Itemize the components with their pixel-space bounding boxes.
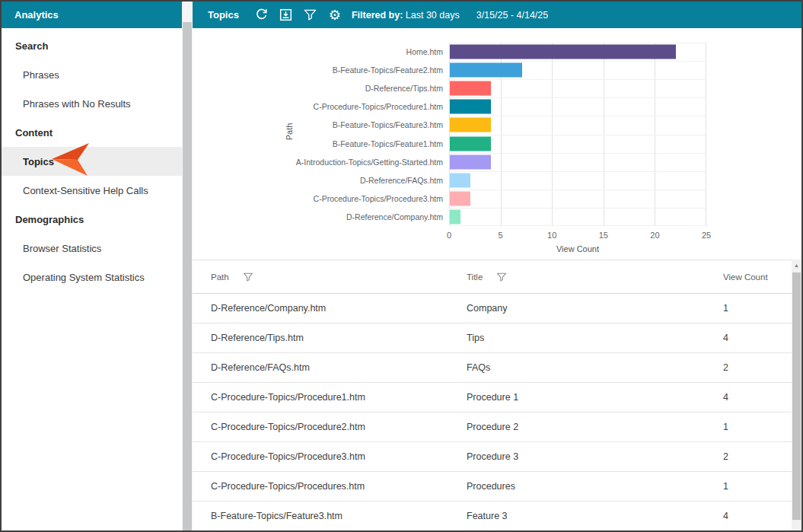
cell-view-count: 4 (723, 511, 792, 521)
x-axis-ticks: 0510152025 (449, 231, 706, 241)
sidebar-item-browser-statistics[interactable]: Browser Statistics (2, 234, 182, 263)
date-range: 3/15/25 - 4/14/25 (476, 10, 549, 21)
chart-bar-area (449, 97, 706, 116)
chart-bar-home-htm[interactable] (450, 45, 676, 59)
x-axis-tick: 15 (599, 231, 608, 240)
chart-bar-d-reference-tips-htm[interactable] (450, 81, 491, 96)
export-button[interactable] (274, 2, 298, 28)
cell-path: C-Procedure-Topics/Procedure3.htm (193, 451, 467, 462)
topics-table: Path Title View Count D-Reference/Compan… (193, 260, 792, 530)
sidebar-item-topics[interactable]: Topics (2, 147, 182, 176)
sidebar-item-phrases-with-no-results[interactable]: Phrases with No Results (2, 89, 182, 118)
filtered-by: Filtered by: Last 30 days (352, 10, 460, 21)
cell-path: C-Procedure-Topics/Procedure1.htm (193, 392, 467, 403)
chart-category-label: C-Procedure-Topics/Procedure3.htm (193, 194, 446, 203)
path-filter-icon[interactable] (243, 272, 253, 282)
table-row: C-Procedure-Topics/Procedure2.htmProcedu… (193, 413, 792, 442)
cell-path: C-Procedure-Topics/Procedures.htm (193, 481, 467, 492)
chart-row: B-Feature-Topics/Feature1.htm (193, 134, 706, 152)
chart-category-label: A-Introduction-Topics/Getting-Started.ht… (193, 158, 446, 167)
chart-bar-d-reference-company-htm[interactable] (450, 209, 460, 224)
chart-row: A-Introduction-Topics/Getting-Started.ht… (193, 153, 706, 171)
table-body: D-Reference/Company.htmCompany1D-Referen… (193, 294, 792, 531)
chart-bar-area (449, 153, 706, 171)
sidebar: SearchPhrasesPhrases with No ResultsCont… (2, 28, 182, 530)
column-header-view-count[interactable]: View Count (723, 272, 792, 282)
chart-bar-b-feature-topics-feature2-htm[interactable] (450, 63, 522, 78)
cell-path: B-Feature-Topics/Feature3.htm (193, 511, 467, 521)
cell-title: Procedure 2 (467, 422, 723, 432)
cell-view-count: 1 (723, 303, 792, 314)
table-row: D-Reference/Tips.htmTips4 (193, 323, 792, 353)
x-axis-tick: 20 (650, 231, 659, 240)
refresh-button[interactable] (250, 2, 274, 28)
sidebar-section-content: Content (2, 118, 182, 147)
chart-bar-area (449, 116, 706, 134)
chart-category-label: C-Procedure-Topics/Procedure1.htm (193, 102, 446, 111)
chart-bar-b-feature-topics-feature3-htm[interactable] (450, 118, 491, 132)
chart-row: B-Feature-Topics/Feature2.htm (193, 61, 706, 79)
cell-view-count: 4 (723, 333, 792, 343)
chart-category-label: D-Reference/FAQs.htm (193, 176, 446, 185)
cell-title: Procedure 3 (467, 451, 723, 462)
cell-view-count: 1 (723, 481, 792, 492)
filter-icon (304, 8, 317, 21)
chart-row: B-Feature-Topics/Feature3.htm (193, 116, 706, 134)
chart-row: Home.htm (193, 43, 706, 61)
column-header-title[interactable]: Title (467, 272, 723, 282)
x-axis-tick: 25 (702, 231, 711, 240)
annotation-arrow-icon (51, 142, 91, 177)
chart-category-label: D-Reference/Tips.htm (193, 84, 446, 93)
sidebar-item-phrases[interactable]: Phrases (2, 60, 182, 89)
chart-row: D-Reference/Company.htm (193, 208, 706, 226)
chart-bar-area (449, 61, 706, 79)
chart-category-label: B-Feature-Topics/Feature1.htm (193, 139, 446, 148)
table-scrollbar-thumb[interactable] (792, 272, 801, 520)
chart-row: D-Reference/FAQs.htm (193, 171, 706, 190)
page-scrollbar-thumb[interactable] (183, 22, 192, 530)
scroll-up-button[interactable]: ▲ (792, 260, 801, 271)
chart-bar-area (449, 134, 706, 152)
table-row: C-Procedure-Topics/Procedure3.htmProcedu… (193, 442, 792, 472)
sidebar-section-demographics: Demographics (2, 205, 182, 234)
cell-path: D-Reference/Tips.htm (193, 333, 467, 343)
chart-row: D-Reference/Tips.htm (193, 79, 706, 97)
chart-bar-b-feature-topics-feature1-htm[interactable] (450, 136, 491, 151)
x-axis-tick: 0 (447, 231, 451, 240)
sidebar-header: Analytics (2, 2, 182, 28)
chart-bars: Home.htmB-Feature-Topics/Feature2.htmD-R… (193, 43, 706, 226)
refresh-icon (255, 8, 268, 21)
cell-title: Feature 3 (467, 511, 723, 521)
filtered-by-value: Last 30 days (406, 10, 460, 21)
cell-title: Company (467, 303, 723, 314)
title-filter-icon[interactable] (496, 272, 507, 282)
sidebar-item-operating-system-statistics[interactable]: Operating System Statistics (2, 263, 182, 291)
chart-bar-area (449, 171, 706, 190)
filter-button[interactable] (298, 2, 323, 28)
chart-category-label: D-Reference/Company.htm (193, 212, 446, 221)
table-row: C-Procedure-Topics/Procedure1.htmProcedu… (193, 383, 792, 413)
table-scrollbar[interactable]: ▲ (792, 260, 801, 530)
x-axis-tick: 10 (547, 231, 556, 240)
cell-title: FAQs (467, 362, 723, 373)
column-header-path[interactable]: Path (193, 272, 467, 282)
sidebar-item-context-sensitive-help-calls[interactable]: Context-Sensitive Help Calls (2, 176, 182, 205)
chart-bar-area (449, 79, 706, 97)
chart-bar-d-reference-faqs-htm[interactable] (450, 173, 470, 187)
column-header-view-count-label: View Count (723, 272, 768, 282)
cell-path: D-Reference/FAQs.htm (193, 362, 467, 373)
cell-view-count: 2 (723, 451, 792, 462)
sidebar-section-search: Search (2, 31, 182, 60)
chart-bar-c-procedure-topics-procedure3-htm[interactable] (450, 191, 470, 205)
settings-button[interactable]: ⚙ (323, 2, 347, 28)
chart-bar-area (449, 208, 706, 226)
page-scrollbar[interactable] (182, 2, 193, 530)
chart-category-label: B-Feature-Topics/Feature3.htm (193, 120, 446, 129)
cell-path: C-Procedure-Topics/Procedure2.htm (193, 422, 467, 432)
column-header-path-label: Path (211, 272, 229, 282)
chart-bar-c-procedure-topics-procedure1-htm[interactable] (450, 100, 491, 114)
chart-bar-a-introduction-topics-getting-started-htm[interactable] (450, 155, 491, 169)
table-row: B-Feature-Topics/Feature3.htmFeature 34 (193, 502, 792, 531)
column-header-title-label: Title (467, 272, 483, 282)
chart-bar-area (449, 43, 706, 61)
